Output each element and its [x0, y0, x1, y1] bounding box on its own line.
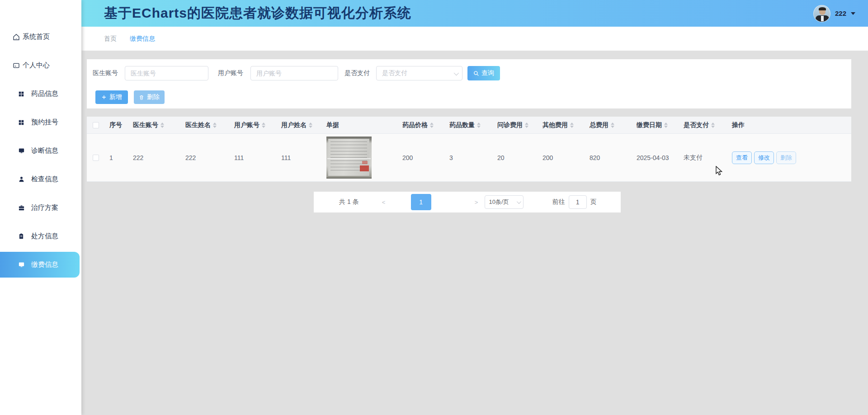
sidebar-item-label: 系统首页 [23, 33, 50, 41]
prev-page-button[interactable]: < [377, 199, 391, 206]
cell-consult-fee: 20 [493, 154, 538, 161]
chevron-down-icon [517, 199, 521, 204]
next-page-button[interactable]: > [470, 199, 483, 206]
search-row: 医生账号 用户账号 是否支付 是否支付 查询 [87, 66, 851, 80]
breadcrumb-home[interactable]: 首页 [104, 35, 117, 43]
search-panel: 医生账号 用户账号 是否支付 是否支付 查询 新增 [87, 59, 851, 108]
col-doctor-name[interactable]: 医生姓名 [181, 121, 230, 129]
avatar[interactable] [813, 5, 830, 22]
sidebar-item-prescription[interactable]: 处方信息 [0, 222, 81, 250]
home-icon [13, 33, 20, 41]
sort-icon[interactable] [525, 123, 528, 128]
sort-icon[interactable] [430, 123, 434, 128]
col-index: 序号 [105, 121, 128, 129]
page-title: 基于ECharts的医院患者就诊数据可视化分析系统 [104, 4, 411, 23]
pay-status-label: 是否支付 [344, 69, 370, 77]
user-menu[interactable]: 222 [813, 5, 855, 22]
cell-pay-date: 2025-04-03 [632, 154, 679, 161]
table-header-row: 序号 医生账号 医生姓名 用户账号 用户姓名 单据 药品价格 药品数量 [87, 117, 851, 134]
sidebar-item-personal-center[interactable]: 个人中心 [0, 51, 81, 80]
sort-icon[interactable] [477, 123, 481, 128]
cell-pay-status: 未支付 [679, 154, 724, 162]
view-button[interactable]: 查看 [732, 151, 752, 164]
search-icon [473, 71, 479, 76]
sidebar-item-diagnosis[interactable]: 诊断信息 [0, 137, 81, 165]
sidebar-item-label: 个人中心 [23, 61, 50, 70]
page-number-button[interactable]: 1 [411, 194, 431, 210]
select-all-checkbox[interactable] [93, 122, 99, 128]
col-pay-date[interactable]: 缴费日期 [632, 121, 679, 129]
cell-doctor-account: 222 [128, 154, 181, 161]
pagination-total: 共 1 条 [339, 198, 359, 206]
sidebar-item-label: 治疗方案 [31, 203, 58, 212]
plus-icon [101, 94, 107, 100]
col-drug-price[interactable]: 药品价格 [398, 121, 445, 129]
col-user-name[interactable]: 用户姓名 [277, 121, 322, 129]
goto-label: 前往 [552, 198, 565, 206]
receipt-photo[interactable] [326, 137, 372, 179]
sidebar-item-label: 检查信息 [31, 175, 58, 184]
col-operations: 操作 [724, 121, 851, 129]
goto-suffix: 页 [590, 198, 597, 206]
payment-table: 序号 医生账号 医生姓名 用户账号 用户姓名 单据 药品价格 药品数量 [87, 117, 851, 182]
sort-icon[interactable] [570, 123, 574, 128]
edit-button[interactable]: 修改 [754, 151, 774, 164]
col-total-fee[interactable]: 总费用 [585, 121, 632, 129]
sidebar-item-payment[interactable]: 缴费信息 [0, 252, 80, 278]
sort-icon[interactable] [611, 123, 614, 128]
pay-status-placeholder: 是否支付 [382, 69, 407, 77]
breadcrumb-current[interactable]: 缴费信息 [130, 35, 155, 43]
user-icon [18, 176, 25, 183]
chevron-down-icon [454, 71, 459, 75]
sidebar-item-label: 缴费信息 [31, 260, 58, 269]
delete-button[interactable]: 删除 [134, 90, 165, 104]
toolbar: 新增 删除 [87, 90, 851, 104]
row-checkbox[interactable] [93, 155, 99, 161]
col-pay-status[interactable]: 是否支付 [679, 121, 724, 129]
cell-total-fee: 820 [585, 154, 632, 161]
sort-icon[interactable] [309, 123, 312, 128]
goto-page-input[interactable] [569, 195, 587, 209]
sort-icon[interactable] [160, 123, 164, 128]
add-button[interactable]: 新增 [95, 90, 128, 104]
cell-drug-price: 200 [398, 154, 445, 161]
sort-icon[interactable] [711, 123, 715, 128]
col-consult-fee[interactable]: 问诊费用 [493, 121, 538, 129]
doctor-account-label: 医生账号 [93, 69, 118, 77]
sidebar-item-appointment[interactable]: 预约挂号 [0, 108, 81, 137]
doctor-account-input[interactable] [125, 66, 208, 80]
pay-status-select[interactable]: 是否支付 [376, 66, 462, 80]
topbar: 基于ECharts的医院患者就诊数据可视化分析系统 222 [81, 0, 868, 27]
sort-icon[interactable] [213, 123, 217, 128]
pagination: 共 1 条 < 1 > 10条/页 前往 页 [314, 192, 621, 212]
query-button[interactable]: 查询 [467, 66, 500, 80]
user-account-input[interactable] [250, 66, 338, 80]
col-doctor-account[interactable]: 医生账号 [128, 121, 181, 129]
trash-icon [139, 94, 144, 100]
id-card-icon [13, 62, 20, 69]
row-delete-button[interactable]: 删除 [776, 151, 796, 164]
cell-drug-qty: 3 [445, 154, 493, 161]
sidebar-item-label: 预约挂号 [31, 118, 58, 127]
cell-index: 1 [105, 154, 128, 161]
cell-other-fee: 200 [538, 154, 585, 161]
col-receipt: 单据 [322, 121, 398, 129]
sidebar-item-examination[interactable]: 检查信息 [0, 165, 81, 193]
col-user-account[interactable]: 用户账号 [230, 121, 277, 129]
sidebar-item-system-home[interactable]: 系统首页 [0, 23, 81, 51]
sidebar-item-drug-info[interactable]: 药品信息 [0, 80, 81, 108]
briefcase-icon [18, 204, 25, 212]
user-account-label: 用户账号 [218, 69, 243, 77]
sort-icon[interactable] [262, 123, 265, 128]
col-other-fee[interactable]: 其他费用 [538, 121, 585, 129]
clipboard-icon [18, 233, 25, 240]
col-drug-qty[interactable]: 药品数量 [445, 121, 493, 129]
payment-icon [18, 261, 25, 269]
sort-icon[interactable] [664, 123, 668, 128]
goto-page: 前往 页 [552, 195, 597, 209]
select-all-checkbox-cell [87, 122, 105, 128]
sidebar-item-treatment[interactable]: 治疗方案 [0, 193, 81, 222]
grid-icon [18, 90, 25, 98]
sidebar-item-label: 诊断信息 [31, 146, 58, 155]
page-size-select[interactable]: 10条/页 [485, 195, 524, 209]
